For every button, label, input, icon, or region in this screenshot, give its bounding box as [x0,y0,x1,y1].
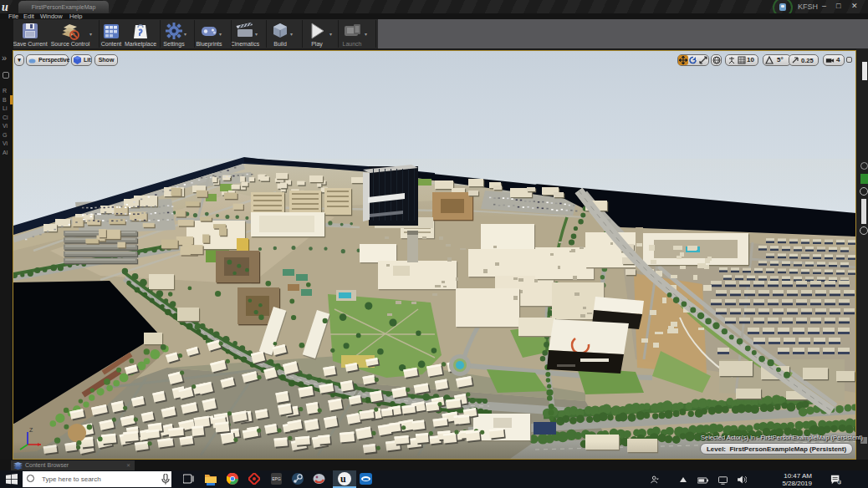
svg-text:u: u [2,1,8,13]
